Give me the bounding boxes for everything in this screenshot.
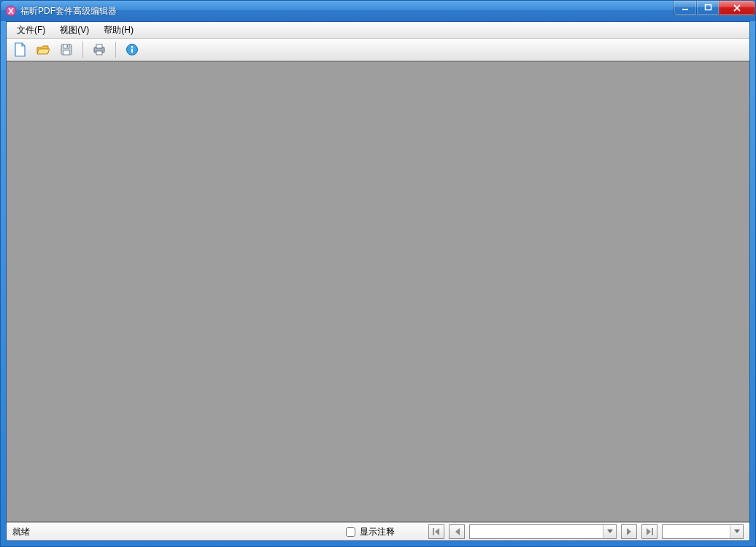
svg-rect-4 [63, 44, 69, 48]
status-ready-label: 就绪 [12, 526, 30, 538]
minimize-button[interactable] [674, 1, 697, 15]
show-annotations-toggle[interactable]: 显示注释 [343, 525, 395, 539]
svg-rect-1 [682, 9, 688, 10]
menu-file[interactable]: 文件(F) [9, 23, 53, 38]
client-area: 文件(F) 视图(V) 帮助(H) [6, 21, 750, 541]
print-icon [92, 43, 107, 56]
show-annotations-label: 显示注释 [360, 526, 395, 538]
next-page-icon [626, 528, 633, 535]
toolbar-separator [115, 42, 116, 58]
window-controls [674, 1, 755, 15]
svg-rect-14 [652, 528, 653, 535]
last-page-icon [646, 528, 653, 535]
svg-rect-2 [705, 5, 711, 10]
close-button[interactable] [719, 1, 755, 15]
svg-rect-9 [96, 51, 102, 55]
svg-rect-8 [96, 44, 102, 48]
document-area [7, 61, 749, 522]
first-page-icon [433, 528, 440, 535]
new-file-button[interactable] [11, 41, 28, 58]
svg-rect-13 [433, 528, 434, 535]
first-page-button[interactable] [428, 524, 444, 539]
svg-point-10 [127, 44, 138, 55]
zoom-combo[interactable] [662, 524, 744, 539]
save-file-button[interactable] [58, 41, 75, 58]
page-combo[interactable] [469, 524, 617, 539]
app-window: 福昕PDF套件高级编辑器 文件(F) 视图(V) 帮助(H) [0, 0, 756, 547]
chevron-down-icon [607, 529, 613, 534]
svg-rect-12 [131, 49, 133, 53]
print-button[interactable] [90, 41, 108, 58]
info-button[interactable] [123, 41, 141, 58]
svg-point-11 [131, 46, 134, 48]
menu-bar: 文件(F) 视图(V) 帮助(H) [7, 22, 749, 39]
prev-page-icon [454, 528, 460, 535]
show-annotations-checkbox[interactable] [346, 527, 355, 537]
maximize-button[interactable] [696, 1, 720, 15]
toolbar-separator [82, 42, 83, 58]
new-file-icon [13, 42, 26, 57]
open-file-icon [36, 43, 50, 56]
open-file-button[interactable] [34, 41, 52, 58]
title-bar: 福昕PDF套件高级编辑器 [1, 1, 755, 21]
menu-help[interactable]: 帮助(H) [96, 23, 141, 38]
zoom-combo-dropdown[interactable] [730, 525, 743, 538]
window-title: 福昕PDF套件高级编辑器 [20, 5, 117, 18]
last-page-button[interactable] [641, 524, 657, 539]
page-combo-dropdown[interactable] [603, 525, 616, 538]
save-file-icon [60, 43, 73, 56]
svg-point-0 [6, 6, 16, 16]
info-icon [126, 43, 139, 56]
svg-rect-6 [67, 45, 69, 47]
menu-view[interactable]: 视图(V) [53, 23, 96, 38]
status-bar: 就绪 显示注释 [7, 522, 749, 540]
svg-rect-7 [94, 47, 104, 53]
svg-rect-5 [63, 50, 69, 55]
prev-page-button[interactable] [449, 524, 465, 539]
next-page-button[interactable] [621, 524, 637, 539]
toolbar [7, 39, 749, 61]
svg-rect-3 [61, 44, 72, 55]
app-icon [5, 5, 17, 17]
chevron-down-icon [734, 529, 740, 534]
